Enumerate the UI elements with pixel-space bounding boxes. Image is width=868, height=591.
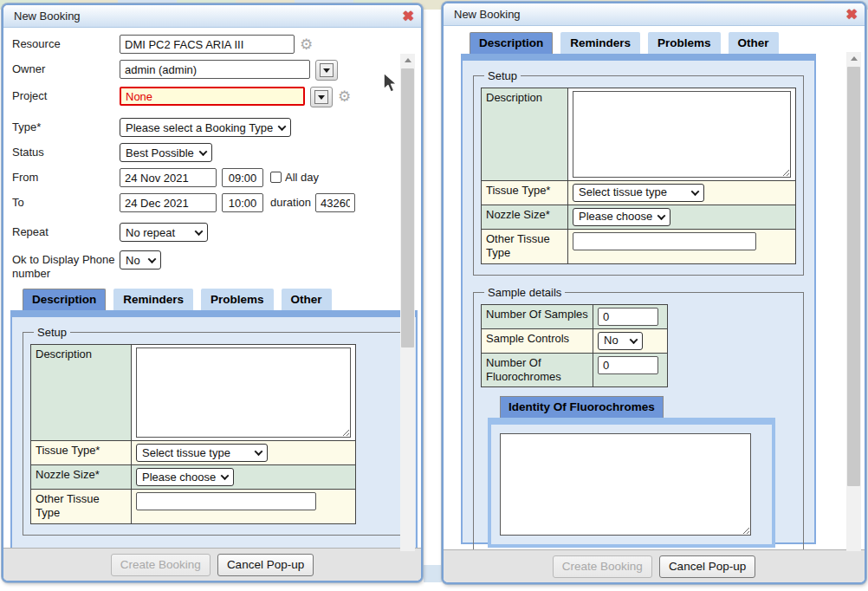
description-textarea[interactable] [573, 91, 791, 178]
dialog-body: Resource ⚙ Owner Project ⚙ Type* [3, 28, 421, 551]
number-of-samples-label: Number Of Samples [482, 304, 593, 328]
status-label: Status [12, 143, 120, 159]
table-row: Number Of Fluorochromes [482, 353, 668, 387]
fluorochromes-textarea[interactable] [500, 433, 751, 536]
tab-description[interactable]: Description [470, 32, 553, 54]
description-textarea[interactable] [136, 347, 351, 438]
gear-icon[interactable]: ⚙ [300, 37, 313, 52]
nozzle-size-label: Nozzle Size* [482, 205, 568, 230]
tab-problems[interactable]: Problems [201, 289, 274, 310]
table-row: Nozzle Size* Please choose [31, 465, 356, 490]
sample-details-fieldset: Sample details Number Of Samples Sample … [473, 286, 804, 552]
tab-other[interactable]: Other [729, 32, 779, 54]
dialog-titlebar[interactable]: New Booking ✖ [3, 5, 421, 28]
tab-other[interactable]: Other [282, 289, 332, 310]
project-dropdown-button[interactable] [310, 87, 333, 107]
scroll-up-arrow[interactable] [846, 52, 861, 65]
nozzle-size-select[interactable]: Please choose [136, 468, 234, 486]
number-of-fluorochromes-input[interactable] [598, 356, 658, 374]
table-row: Nozzle Size* Please choose [482, 205, 796, 230]
from-date-input[interactable] [120, 168, 217, 187]
other-tissue-input[interactable] [573, 232, 756, 250]
nozzle-size-select[interactable]: Please choose [573, 208, 670, 226]
chevron-down-icon [630, 335, 638, 344]
new-booking-dialog-right: New Booking ✖ Description Reminders Prob… [442, 2, 866, 584]
resource-label: Resource [12, 35, 120, 51]
table-row: Tissue Type* Select tissue type [482, 181, 796, 205]
from-time-input[interactable] [222, 168, 263, 187]
dialog-body: Description Reminders Problems Other Set… [444, 26, 865, 551]
owner-input[interactable] [120, 60, 310, 79]
sample-details-legend: Sample details [484, 286, 565, 299]
chevron-down-icon [691, 187, 700, 196]
setup-fieldset: Setup Description Tissue Type* [23, 326, 405, 536]
type-label: Type* [12, 118, 120, 134]
scrollbar-thumb[interactable] [847, 67, 860, 486]
scrollbar-thumb[interactable] [401, 68, 414, 347]
setup-table: Description Tissue Type* Select tissue t… [30, 344, 356, 524]
new-booking-dialog-left: New Booking ✖ Resource ⚙ Owner Project [2, 3, 423, 582]
phone-label: Ok to Display Phone number [12, 250, 120, 280]
type-select[interactable]: Please select a Booking Type [120, 118, 291, 137]
create-booking-button[interactable]: Create Booking [553, 555, 652, 578]
repeat-label: Repeat [12, 223, 120, 239]
setup-table: Description Tissue Type* Select tissue t… [481, 88, 796, 264]
status-select[interactable]: Best Possible [120, 143, 212, 162]
to-date-input[interactable] [120, 193, 217, 212]
table-row: Description [482, 88, 796, 181]
chevron-down-icon [255, 447, 263, 456]
tab-problems[interactable]: Problems [648, 32, 721, 54]
table-row: Number Of Samples [482, 304, 668, 328]
chevron-down-icon [148, 255, 157, 263]
tab-description[interactable]: Description [23, 289, 106, 310]
to-time-input[interactable] [222, 193, 263, 212]
mouse-cursor [382, 72, 401, 94]
phone-select[interactable]: No [120, 250, 161, 270]
dialog-title: New Booking [454, 8, 846, 21]
description-tab-panel: Setup Description Tissue Type* [10, 310, 418, 551]
all-day-checkbox[interactable] [270, 172, 282, 183]
scroll-up-arrow[interactable] [400, 54, 415, 67]
setup-legend: Setup [34, 326, 70, 339]
close-icon[interactable]: ✖ [846, 8, 858, 22]
page: New Booking ✖ Resource ⚙ Owner Project [0, 0, 868, 591]
project-input[interactable] [120, 87, 305, 106]
number-of-fluorochromes-label: Number Of Fluorochromes [482, 353, 593, 387]
dropdown-arrow-icon [314, 90, 328, 104]
dialog-footer: Create Booking Cancel Pop-up [444, 549, 865, 582]
other-tissue-label: Other Tissue Type [31, 490, 132, 524]
chevron-down-icon [221, 471, 230, 480]
booking-form: Resource ⚙ Owner Project ⚙ Type* [3, 28, 421, 280]
chevron-down-icon [198, 147, 207, 156]
description-label: Description [482, 88, 568, 181]
duration-input[interactable] [315, 193, 355, 212]
tissue-type-label: Tissue Type* [482, 181, 568, 205]
table-row: Tissue Type* Select tissue type [31, 441, 356, 465]
project-label: Project [12, 87, 120, 103]
other-tissue-input[interactable] [136, 492, 316, 510]
dialog-titlebar[interactable]: New Booking ✖ [444, 3, 865, 26]
sample-controls-select[interactable]: No [598, 332, 643, 350]
background-gap [424, 565, 442, 582]
resource-input[interactable] [120, 35, 295, 54]
cancel-popup-button[interactable]: Cancel Pop-up [217, 554, 314, 576]
tissue-type-select[interactable]: Select tissue type [136, 444, 268, 462]
create-booking-button[interactable]: Create Booking [111, 554, 211, 576]
chevron-down-icon [657, 211, 666, 220]
tab-identity-of-fluorochromes[interactable]: Identity Of Fluorochromes [500, 396, 664, 418]
tissue-type-label: Tissue Type* [31, 441, 132, 465]
gear-icon[interactable]: ⚙ [338, 89, 351, 104]
close-icon[interactable]: ✖ [403, 10, 414, 23]
repeat-select[interactable]: No repeat [120, 223, 208, 242]
owner-dropdown-button[interactable] [315, 60, 338, 81]
number-of-samples-input[interactable] [598, 308, 658, 326]
chevron-down-icon [278, 122, 287, 131]
cancel-popup-button[interactable]: Cancel Pop-up [659, 555, 755, 578]
tab-reminders[interactable]: Reminders [560, 32, 640, 54]
all-day-label: All day [285, 168, 319, 184]
tab-bar: Description Reminders Problems Other [23, 289, 421, 310]
vertical-scrollbar[interactable] [400, 54, 415, 551]
tab-reminders[interactable]: Reminders [113, 289, 193, 310]
vertical-scrollbar[interactable] [846, 52, 861, 551]
tissue-type-select[interactable]: Select tissue type [573, 184, 704, 202]
